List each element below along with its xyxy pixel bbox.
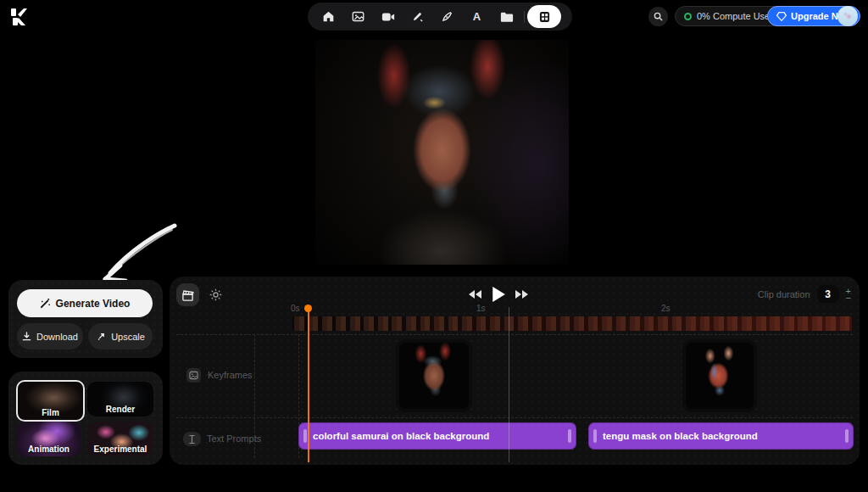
keyframe-samurai-thumbnail[interactable] bbox=[396, 339, 472, 412]
app-window: A 0% Compute Used Upgrade Now bbox=[0, 0, 868, 492]
ruler-tick-1s: 1s bbox=[476, 304, 486, 313]
ruler-tick-0s: 0s bbox=[291, 304, 300, 313]
clip-left-handle[interactable] bbox=[303, 429, 307, 443]
rewind-button[interactable] bbox=[468, 289, 481, 299]
compute-ring-icon bbox=[684, 13, 692, 20]
prompt-clip-tengu[interactable]: tengu mask on black background bbox=[588, 422, 854, 450]
image-icon bbox=[189, 371, 198, 380]
grid-line-horizontal bbox=[176, 334, 853, 335]
clip-right-handle[interactable] bbox=[568, 429, 571, 443]
playhead-handle[interactable] bbox=[304, 305, 312, 312]
generate-video-button[interactable]: Generate Video bbox=[17, 289, 153, 317]
preset-experimental[interactable]: Experimental bbox=[87, 422, 153, 456]
scenes-tool-button[interactable] bbox=[176, 283, 199, 306]
playhead-line[interactable] bbox=[308, 309, 309, 462]
preset-animation[interactable]: Animation bbox=[16, 422, 81, 456]
filmstrip-icon bbox=[539, 11, 550, 23]
gallery-icon[interactable] bbox=[343, 3, 373, 31]
clip-duration-stepper: + − bbox=[846, 288, 851, 301]
grid-line-horizontal bbox=[176, 417, 853, 418]
clip-duration-control: Clip duration 3 + − bbox=[758, 285, 851, 303]
preset-animation-label: Animation bbox=[16, 444, 81, 454]
clip-duration-value[interactable]: 3 bbox=[817, 285, 839, 303]
storyboard-tab-selected[interactable] bbox=[527, 5, 561, 28]
download-button[interactable]: Download bbox=[17, 323, 83, 349]
text-tool-icon[interactable]: A bbox=[462, 3, 492, 31]
prompt-clip-samurai[interactable]: colorful samurai on black background bbox=[298, 422, 576, 450]
video-camera-icon[interactable] bbox=[373, 3, 403, 31]
search-icon bbox=[654, 12, 663, 21]
kaiber-logo[interactable] bbox=[8, 7, 29, 27]
gem-icon bbox=[776, 12, 787, 21]
gear-icon bbox=[209, 288, 223, 302]
keyframes-track-label: Keyframes bbox=[208, 370, 253, 380]
search-button[interactable] bbox=[648, 7, 668, 26]
home-icon[interactable] bbox=[314, 3, 343, 31]
generate-video-label: Generate Video bbox=[56, 298, 131, 310]
upscale-icon bbox=[96, 332, 106, 342]
timeline-panel: Clip duration 3 + − 0s 1s 2s Keyframes bbox=[170, 277, 860, 465]
ruler-tick-2s: 2s bbox=[661, 304, 670, 313]
timeline-marker-line bbox=[509, 307, 509, 462]
preset-film-label: Film bbox=[18, 408, 83, 417]
navbar-divider bbox=[524, 11, 525, 23]
download-icon bbox=[22, 332, 31, 341]
folder-icon[interactable] bbox=[492, 3, 521, 31]
compute-used-label: 0% Compute Used bbox=[697, 11, 775, 21]
text-prompts-track-button[interactable] bbox=[183, 432, 201, 446]
download-label: Download bbox=[36, 332, 78, 342]
timeline-settings-button[interactable] bbox=[207, 286, 224, 303]
fast-forward-button[interactable] bbox=[515, 289, 529, 299]
main-navbar: A bbox=[308, 3, 572, 31]
preset-experimental-label: Experimental bbox=[87, 444, 153, 454]
keyframe-tengu-thumbnail[interactable] bbox=[682, 339, 757, 412]
prompt-text-tengu: tengu mask on black background bbox=[603, 431, 758, 441]
play-button[interactable] bbox=[492, 287, 505, 302]
clapperboard-icon bbox=[181, 289, 194, 301]
prompt-text-samurai: colorful samurai on black background bbox=[313, 431, 489, 441]
filmstrip-preview-row[interactable] bbox=[292, 316, 852, 331]
user-avatar[interactable] bbox=[837, 6, 858, 26]
text-cursor-icon bbox=[188, 434, 196, 444]
preset-render[interactable]: Render bbox=[87, 382, 153, 417]
clip-right-handle[interactable] bbox=[845, 429, 849, 443]
upscale-label: Upscale bbox=[111, 332, 145, 342]
clip-duration-label: Clip duration bbox=[758, 289, 810, 299]
preset-film[interactable]: Film bbox=[16, 380, 85, 422]
text-prompts-track-label: Text Prompts bbox=[207, 433, 261, 444]
preset-render-label: Render bbox=[87, 405, 153, 414]
upscale-button[interactable]: Upscale bbox=[88, 323, 153, 349]
clip-left-handle[interactable] bbox=[593, 429, 597, 443]
transport-controls bbox=[468, 282, 529, 306]
pen-icon[interactable] bbox=[432, 3, 462, 31]
magic-wand-icon bbox=[40, 298, 51, 309]
generated-image-preview bbox=[315, 40, 569, 265]
clip-duration-decrement[interactable]: − bbox=[846, 294, 851, 301]
keyframes-track-button[interactable] bbox=[186, 368, 201, 383]
pencil-draw-icon[interactable] bbox=[403, 3, 432, 31]
